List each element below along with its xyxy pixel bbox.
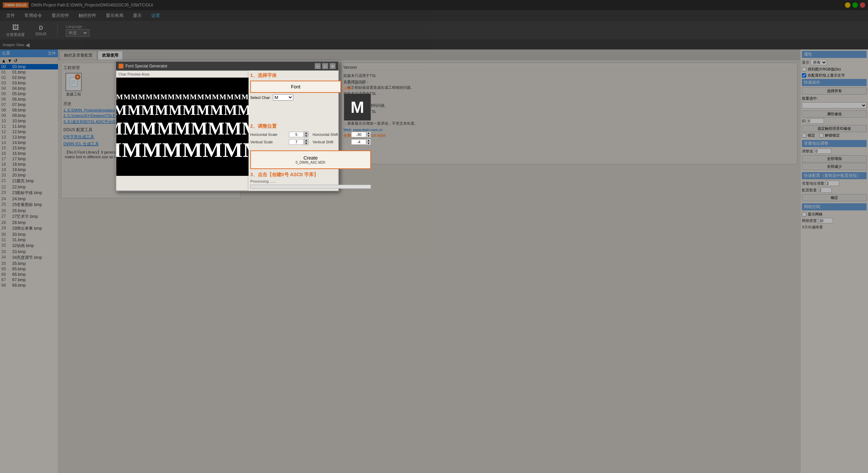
- dialog-close-btns: — □ ✕: [315, 63, 336, 69]
- dialog-title-text: Font Special Generator: [125, 64, 167, 68]
- font-select-area: Font Select Char: M A B C 0: [250, 81, 371, 121]
- preview-label: Char Preview Area: [116, 71, 248, 78]
- h-scale-input-group: ▲ ▼: [289, 131, 309, 138]
- step1-section: 1、选择字体 Font Select Char: M A B C 0: [250, 73, 371, 121]
- v-shift-spinner: ▲ ▼: [366, 139, 371, 145]
- preview-row-1: MMMMMMMMMMMMMMMMMMMM: [116, 92, 249, 102]
- h-shift-up[interactable]: ▲: [366, 131, 371, 135]
- dialog-right-panel: 1、选择字体 Font Select Char: M A B C 0: [248, 70, 373, 191]
- char-preview-canvas: MMMMMMMMMMMMMMMMMMMM MMMMMMMMMMMM MMMMMM…: [116, 78, 249, 176]
- dialog-minimize-btn[interactable]: —: [315, 63, 321, 69]
- v-scale-up[interactable]: ▲: [304, 139, 309, 142]
- v-scale-input[interactable]: [289, 139, 304, 145]
- dialog-body: Char Preview Area MMMMMMMMMMMMMMMMMMMM M…: [116, 70, 338, 191]
- v-shift-label: Vertical Shift: [313, 140, 350, 144]
- step3-section: 3、点击【创建0号 ASCII 字库】 Processing ......: [250, 172, 371, 189]
- step1-label: 1、选择字体: [250, 73, 371, 79]
- select-char-label: Select Char:: [250, 96, 271, 100]
- v-shift-down[interactable]: ▼: [366, 142, 371, 145]
- scale-controls: Horizontal Scale ▲ ▼ Horizontal Shift: [250, 131, 371, 145]
- h-scale-label: Horizontal Scale: [250, 132, 288, 137]
- char-preview-char: M: [351, 98, 364, 117]
- preview-row-3: MMMMMMMMM: [116, 119, 249, 138]
- progress-bar: [250, 185, 371, 189]
- step3-label: 3、点击【创建0号 ASCII 字库】: [250, 172, 371, 178]
- h-shift-label: Horizontal Shift: [313, 132, 350, 137]
- create-button-label: Create: [255, 155, 366, 161]
- h-scale-input[interactable]: [289, 132, 304, 137]
- v-scale-spinner: ▲ ▼: [304, 139, 309, 145]
- h-shift-input-group: ▲ ▼: [351, 131, 371, 138]
- h-scale-up[interactable]: ▲: [304, 131, 309, 135]
- dialog-restore-btn[interactable]: □: [322, 63, 328, 69]
- select-char-select[interactable]: M A B C 0: [273, 94, 293, 101]
- v-shift-input-group: ▲ ▼: [351, 139, 371, 145]
- char-preview-box: M: [344, 94, 371, 121]
- v-shift-input[interactable]: [351, 139, 366, 145]
- v-scale-row: Vertical Scale ▲ ▼ Vertical Shift: [250, 139, 371, 145]
- font-name-label: Font Name:: [344, 81, 371, 85]
- h-shift-down[interactable]: ▼: [366, 135, 371, 138]
- processing-label: Processing ......: [250, 179, 371, 183]
- dialog-close-btn[interactable]: ✕: [330, 63, 336, 69]
- dialog-titlebar: Font Special Generator — □ ✕: [116, 62, 338, 70]
- step2-label: 2、调整位置: [250, 123, 371, 129]
- font-dialog: Font Special Generator — □ ✕ Char Previe…: [115, 61, 339, 191]
- font-button[interactable]: Font: [250, 81, 341, 93]
- create-button-sub: 0_DWIN_ASC.MZK: [255, 161, 366, 164]
- preview-area: Char Preview Area MMMMMMMMMMMMMMMMMMMM M…: [116, 70, 248, 191]
- h-shift-input[interactable]: [351, 132, 366, 137]
- h-scale-spinner: ▲ ▼: [304, 131, 309, 138]
- select-char-row: Select Char: M A B C 0: [250, 94, 341, 101]
- create-button[interactable]: Create 0_DWIN_ASC.MZK: [250, 150, 371, 169]
- h-scale-down[interactable]: ▼: [304, 135, 309, 138]
- h-shift-spinner: ▲ ▼: [366, 131, 371, 138]
- v-shift-up[interactable]: ▲: [366, 139, 371, 142]
- font-name-col: Font Name: 未拼 M: [344, 81, 371, 121]
- font-btn-col: Font Select Char: M A B C 0: [250, 81, 341, 101]
- h-scale-row: Horizontal Scale ▲ ▼ Horizontal Shift: [250, 131, 371, 138]
- v-scale-input-group: ▲ ▼: [289, 139, 309, 145]
- dialog-icon: [119, 64, 123, 68]
- preview-row-4: MMMMMMMM: [116, 138, 249, 161]
- create-section: Create 0_DWIN_ASC.MZK: [250, 149, 371, 169]
- step2-section: 2、调整位置 Horizontal Scale ▲ ▼ Horizontal S…: [250, 123, 371, 146]
- preview-row-2: MMMMMMMMMMMM: [116, 102, 249, 119]
- v-scale-down[interactable]: ▼: [304, 142, 309, 145]
- v-scale-label: Vertical Scale: [250, 140, 288, 144]
- font-name-value: 未拼: [344, 85, 371, 91]
